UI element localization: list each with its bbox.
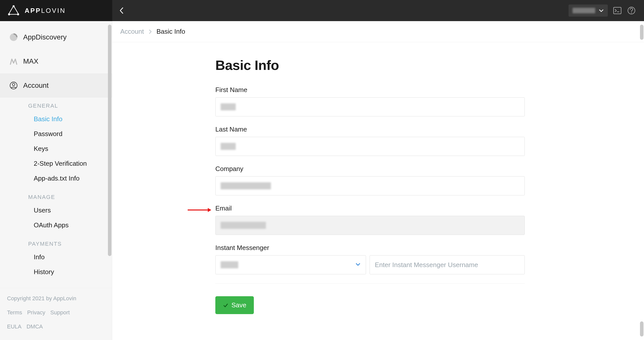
sidebar-sub-info[interactable]: Info: [0, 250, 112, 265]
im-username-input[interactable]: [370, 255, 525, 274]
annotation-arrow-icon: [187, 206, 212, 214]
sidebar-section-general: GENERAL: [0, 98, 112, 112]
check-icon: [223, 303, 228, 308]
masked-value: [221, 222, 266, 229]
last-name-input[interactable]: [215, 137, 525, 156]
account-icon: [9, 81, 18, 90]
masked-value: [221, 182, 271, 189]
help-button[interactable]: [626, 6, 636, 16]
account-name: [573, 8, 595, 13]
divider: [215, 283, 525, 284]
appdiscovery-icon: [9, 33, 18, 42]
footer-link-terms[interactable]: Terms: [7, 309, 22, 316]
chevron-right-icon: [148, 29, 152, 34]
sidebar-item-appdiscovery[interactable]: AppDiscovery: [0, 25, 112, 49]
svg-point-1: [8, 13, 10, 15]
save-button-label: Save: [231, 301, 246, 309]
chevron-down-icon: [599, 9, 604, 12]
company-input[interactable]: [215, 176, 525, 195]
company-label: Company: [215, 165, 525, 173]
account-switcher[interactable]: [569, 5, 608, 17]
sidebar-section-payments: PAYMENTS: [0, 233, 112, 250]
sidebar-sub-users[interactable]: Users: [0, 203, 112, 218]
sidebar-item-label: Account: [23, 81, 49, 90]
page-title: Basic Info: [215, 57, 525, 73]
brand-logo[interactable]: APPLOVIN: [0, 0, 112, 21]
email-label: Email: [215, 204, 525, 212]
svg-point-6: [631, 12, 632, 13]
main-content: Account Basic Info Basic Info First Name…: [112, 21, 644, 340]
sidebar-sub-keys[interactable]: Keys: [0, 141, 112, 156]
terminal-button[interactable]: [612, 6, 622, 16]
footer-link-eula[interactable]: EULA: [7, 323, 21, 330]
help-icon: [627, 6, 636, 15]
email-input: [215, 216, 525, 235]
terminal-icon: [613, 7, 622, 14]
chevron-left-icon: [119, 7, 124, 14]
sidebar-item-max[interactable]: MAX: [0, 49, 112, 73]
svg-point-0: [13, 5, 15, 7]
copyright-text: Copyright 2021 by AppLovin: [7, 295, 105, 302]
sidebar-sub-basic-info[interactable]: Basic Info: [0, 112, 112, 126]
breadcrumb-current: Basic Info: [156, 28, 185, 35]
breadcrumb-root[interactable]: Account: [120, 28, 144, 35]
svg-rect-3: [614, 7, 621, 14]
masked-value: [221, 261, 238, 268]
sidebar-footer: Copyright 2021 by AppLovin Terms Privacy…: [0, 288, 112, 340]
sidebar-section-billing[interactable]: BILLING ▼: [0, 279, 112, 288]
footer-link-dmca[interactable]: DMCA: [26, 323, 43, 330]
sidebar-section-manage: MANAGE: [0, 186, 112, 203]
topbar: APPLOVIN: [0, 0, 644, 21]
im-type-select[interactable]: [215, 255, 366, 274]
footer-link-privacy[interactable]: Privacy: [27, 309, 45, 316]
max-icon: [9, 57, 18, 66]
sidebar-sub-two-step[interactable]: 2-Step Verification: [0, 156, 112, 171]
chevron-down-icon: [355, 263, 360, 267]
breadcrumb: Account Basic Info: [112, 21, 644, 42]
sidebar-sub-oauth-apps[interactable]: OAuth Apps: [0, 218, 112, 233]
sidebar-item-label: AppDiscovery: [23, 33, 67, 41]
masked-value: [221, 103, 236, 110]
back-button[interactable]: [117, 6, 127, 16]
first-name-label: First Name: [215, 86, 525, 94]
footer-link-support[interactable]: Support: [50, 309, 70, 316]
svg-point-2: [17, 13, 19, 15]
svg-point-9: [12, 83, 15, 86]
im-label: Instant Messenger: [215, 244, 525, 252]
sidebar-item-label: MAX: [23, 57, 38, 65]
sidebar-sub-password[interactable]: Password: [0, 126, 112, 141]
sidebar-sub-history[interactable]: History: [0, 265, 112, 279]
save-button[interactable]: Save: [215, 296, 254, 314]
sidebar-item-account[interactable]: Account: [0, 73, 112, 98]
brand-text: APPLOVIN: [25, 7, 66, 15]
applovin-logo-icon: [8, 5, 20, 16]
masked-value: [221, 143, 236, 150]
sidebar: AppDiscovery MAX: [0, 21, 112, 340]
sidebar-sub-app-ads[interactable]: App-ads.txt Info: [0, 171, 112, 186]
first-name-input[interactable]: [215, 97, 525, 116]
last-name-label: Last Name: [215, 125, 525, 133]
